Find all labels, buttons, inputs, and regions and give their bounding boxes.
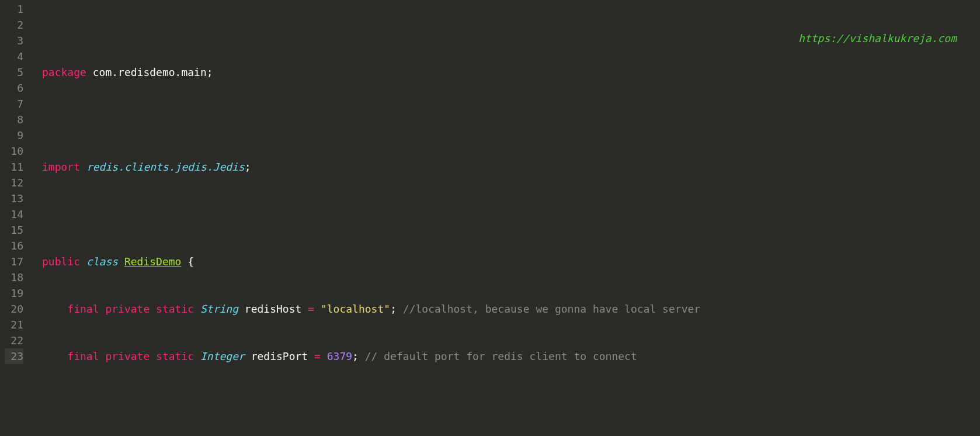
line-number: 7 — [5, 96, 23, 112]
code-line[interactable] — [33, 396, 980, 411]
code-line[interactable]: package com.redisdemo.main; — [33, 64, 980, 80]
line-number: 1 — [5, 1, 23, 17]
line-number: 15 — [5, 222, 23, 238]
line-number: 21 — [5, 317, 23, 333]
code-line[interactable]: public class RedisDemo { — [33, 254, 980, 269]
line-number-gutter: 1 2 3 4 5 6 7 8 9 10 11 12 13 14 15 16 1… — [0, 0, 33, 436]
line-number: 5 — [5, 64, 23, 80]
line-number: 18 — [5, 269, 23, 285]
code-line[interactable]: import redis.clients.jedis.Jedis; — [33, 159, 980, 175]
line-number: 17 — [5, 254, 23, 269]
line-number: 19 — [5, 285, 23, 301]
line-number: 23 — [5, 348, 23, 364]
line-number: 22 — [5, 333, 23, 348]
line-number: 6 — [5, 80, 23, 96]
line-number: 4 — [5, 49, 23, 64]
line-number: 16 — [5, 238, 23, 254]
watermark-url: https://vishalkukreja.com — [798, 30, 957, 46]
line-number: 13 — [5, 191, 23, 206]
code-line[interactable] — [33, 112, 980, 127]
line-number: 2 — [5, 17, 23, 33]
code-line[interactable] — [33, 206, 980, 222]
line-number: 9 — [5, 127, 23, 143]
line-number: 20 — [5, 301, 23, 317]
code-content[interactable]: https://vishalkukreja.com package com.re… — [33, 0, 980, 436]
line-number: 8 — [5, 112, 23, 127]
line-number: 14 — [5, 206, 23, 222]
line-number: 11 — [5, 159, 23, 175]
code-line[interactable]: final private static Integer redisPort =… — [33, 348, 980, 364]
line-number: 3 — [5, 33, 23, 49]
line-number: 10 — [5, 143, 23, 159]
code-line[interactable]: final private static String redisHost = … — [33, 301, 980, 317]
code-editor[interactable]: 1 2 3 4 5 6 7 8 9 10 11 12 13 14 15 16 1… — [0, 0, 980, 436]
line-number: 12 — [5, 175, 23, 191]
